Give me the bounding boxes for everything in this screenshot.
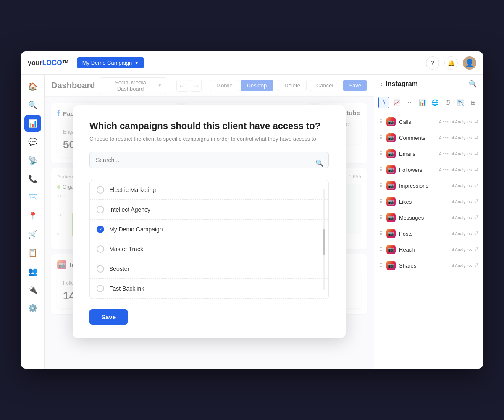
campaign-dropdown[interactable]: My Demo Campaign ▼ (77, 57, 144, 68)
panel-item-tag-messages: nt Analytics (451, 215, 472, 220)
panel-item-hash-posts[interactable]: # (475, 231, 478, 236)
logo: yourLOGO™ (28, 59, 69, 67)
panel-item-tag-likes: nt Analytics (451, 200, 472, 204)
app-window: yourLOGO™ My Demo Campaign ▼ ? 🔔 👤 🏠 🔍 📊… (21, 51, 483, 369)
radio-master (97, 245, 104, 253)
panel-item-tag-shares: nt Analytics (451, 263, 472, 268)
modal-search-input[interactable] (89, 152, 329, 168)
sidebar-item-integrations[interactable]: 🔌 (24, 281, 41, 298)
panel-tab-globe[interactable]: 🌐 (430, 97, 441, 108)
panel-item-messages[interactable]: ⠿ 📷 Messages nt Analytics # (374, 210, 483, 226)
panel-tab-line[interactable]: 📈 (391, 97, 402, 108)
avatar-icon: 👤 (465, 58, 474, 68)
panel-tab-area[interactable]: 📉 (455, 97, 466, 108)
sidebar-item-broadcast[interactable]: 📡 (24, 152, 41, 169)
panel-item-emails[interactable]: ⠿ 📷 Emails Account Analytics # (374, 146, 483, 162)
panel-item-icon-reach: 📷 (386, 245, 396, 254)
sidebar-item-reports[interactable]: 📋 (24, 244, 41, 261)
campaign-item-electric[interactable]: Electric Marketing (90, 180, 328, 200)
panel-item-tag-emails: Account Analytics (439, 152, 472, 156)
drag-handle-emails: ⠿ (379, 151, 383, 157)
modal-overlay: Which campaigns should this client have … (45, 75, 374, 369)
campaign-name-electric: Electric Marketing (109, 186, 156, 193)
panel-item-name-followers: Followers (399, 167, 436, 173)
panel-back-button[interactable]: ‹ (380, 80, 382, 88)
sidebar-item-email[interactable]: ✉️ (24, 189, 41, 206)
panel-item-hash-shares[interactable]: # (475, 262, 478, 268)
content-area: Dashboard Social Media Dashboard ▼ ↩ ↪ M… (45, 75, 374, 369)
panel-tab-clock[interactable]: ⏱ (442, 97, 453, 108)
panel-item-comments[interactable]: ⠿ 📷 Comments Account Analytics # (374, 130, 483, 146)
panel-item-name-likes: Likes (399, 199, 447, 205)
sidebar-item-shop[interactable]: 🛒 (24, 226, 41, 243)
panel-item-name-emails: Emails (399, 151, 436, 157)
sidebar-item-location[interactable]: 📍 (24, 207, 41, 224)
panel-item-calls[interactable]: ⠿ 📷 Calls Account Analytics # (374, 114, 483, 130)
panel-item-icon-followers: 📷 (386, 165, 396, 174)
panel-item-name-shares: Shares (399, 262, 447, 269)
sidebar-item-analytics[interactable]: 📊 (24, 115, 41, 132)
campaign-item-seoster[interactable]: Seoster (90, 259, 328, 279)
sidebar-item-calls[interactable]: 📞 (24, 171, 41, 187)
modal-save-button[interactable]: Save (89, 309, 128, 325)
campaign-item-demo[interactable]: My Demo Campaign (90, 220, 328, 239)
panel-item-impressions[interactable]: ⠿ 📷 Impressions nt Analytics # (374, 178, 483, 194)
nav-icons: ? 🔔 👤 (426, 56, 476, 70)
panel-item-likes[interactable]: ⠿ 📷 Likes nt Analytics # (374, 194, 483, 210)
panel-item-tag-followers: Account Analytics (439, 168, 472, 172)
campaign-dropdown-arrow: ▼ (134, 60, 139, 65)
top-nav: yourLOGO™ My Demo Campaign ▼ ? 🔔 👤 (21, 51, 483, 75)
panel-item-posts[interactable]: ⠿ 📷 Posts nt Analytics # (374, 226, 483, 242)
sidebar-item-home[interactable]: 🏠 (24, 78, 41, 95)
modal-search-wrapper: 🔍 (89, 152, 329, 174)
drag-handle-messages: ⠿ (379, 215, 383, 220)
panel-item-hash-impressions[interactable]: # (475, 183, 478, 189)
modal-title: Which campaigns should this client have … (89, 121, 329, 131)
drag-handle-calls: ⠿ (379, 119, 383, 125)
right-panel: ‹ Instagram 🔍 # 📈 〰 📊 🌐 ⏱ 📉 ⊞ ⠿ 📷 Calls (374, 75, 483, 369)
campaign-item-fastbacklink[interactable]: Fast Backlink (90, 279, 328, 299)
sidebar-item-search[interactable]: 🔍 (24, 97, 41, 113)
sidebar-item-messages[interactable]: 💬 (24, 134, 41, 150)
campaign-name-fastbacklink: Fast Backlink (109, 285, 144, 292)
panel-item-shares[interactable]: ⠿ 📷 Shares nt Analytics # (374, 257, 483, 273)
panel-item-name-calls: Calls (399, 119, 436, 125)
notifications-button[interactable]: 🔔 (444, 56, 458, 70)
panel-item-name-comments: Comments (399, 135, 436, 141)
panel-item-tag-calls: Account Analytics (439, 120, 472, 124)
panel-item-hash-reach[interactable]: # (475, 247, 478, 252)
sidebar-item-users[interactable]: 👥 (24, 263, 41, 280)
panel-header: ‹ Instagram 🔍 (374, 75, 483, 93)
campaign-item-master[interactable]: Master Track (90, 239, 328, 259)
campaign-dropdown-label: My Demo Campaign (82, 60, 132, 66)
panel-item-hash-messages[interactable]: # (475, 215, 478, 220)
main-layout: 🏠 🔍 📊 💬 📡 📞 ✉️ 📍 🛒 📋 👥 🔌 ⚙️ Dashboard So… (21, 75, 483, 369)
sidebar-item-settings[interactable]: ⚙️ (24, 300, 41, 317)
panel-item-name-impressions: Impressions (399, 183, 447, 189)
campaign-item-intellect[interactable]: Intellect Agency (90, 200, 328, 220)
panel-item-tag-posts: nt Analytics (451, 231, 472, 236)
panel-item-hash-followers[interactable]: # (475, 167, 478, 173)
panel-item-hash-calls[interactable]: # (475, 119, 478, 125)
scrollbar-thumb[interactable] (323, 229, 325, 255)
campaign-list: Electric Marketing Intellect Agency My D… (89, 180, 329, 299)
panel-item-followers[interactable]: ⠿ 📷 Followers Account Analytics # (374, 162, 483, 178)
panel-item-icon-comments: 📷 (386, 133, 396, 142)
campaign-modal: Which campaigns should this client have … (73, 105, 346, 338)
panel-item-hash-emails[interactable]: # (475, 151, 478, 157)
panel-items-list: ⠿ 📷 Calls Account Analytics # ⠿ 📷 Commen… (374, 112, 483, 369)
panel-tab-bar[interactable]: 📊 (417, 97, 428, 108)
panel-item-tag-reach: nt Analytics (451, 247, 472, 252)
panel-item-hash-likes[interactable]: # (475, 199, 478, 205)
modal-subtitle: Choose to restrict the client to specifi… (89, 136, 329, 142)
avatar[interactable]: 👤 (463, 56, 476, 70)
panel-item-reach[interactable]: ⠿ 📷 Reach nt Analytics # (374, 242, 483, 257)
panel-tab-wave[interactable]: 〰 (404, 97, 415, 108)
panel-tab-grid[interactable]: ⊞ (468, 97, 479, 108)
panel-item-hash-comments[interactable]: # (475, 135, 478, 141)
campaign-name-demo: My Demo Campaign (109, 226, 163, 233)
panel-tab-hash[interactable]: # (378, 97, 389, 108)
help-button[interactable]: ? (426, 56, 439, 70)
panel-item-icon-posts: 📷 (386, 229, 396, 238)
panel-search-icon[interactable]: 🔍 (469, 80, 477, 88)
